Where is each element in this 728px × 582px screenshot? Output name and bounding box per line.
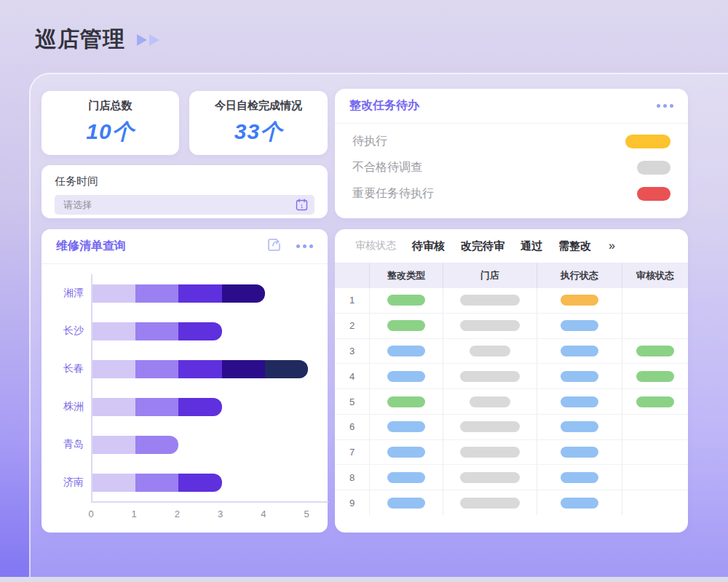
- calendar-icon[interactable]: 1: [296, 199, 308, 211]
- todo-label: 重要任务待执行: [352, 186, 434, 202]
- table-row[interactable]: 9: [335, 490, 688, 515]
- cell-pill: [387, 295, 425, 306]
- bar-segment: [92, 322, 135, 340]
- row-number: 5: [335, 389, 370, 414]
- table-cell: [622, 465, 688, 490]
- share-icon[interactable]: [266, 237, 282, 255]
- filter-label: 审核状态: [355, 239, 396, 252]
- table-row[interactable]: 5: [335, 389, 688, 415]
- table-row[interactable]: 4: [335, 364, 688, 389]
- cell-pill: [387, 396, 425, 407]
- row-number: 9: [335, 490, 370, 515]
- task-time-label: 任务时间: [55, 175, 314, 188]
- stat-value: 10个: [86, 117, 134, 147]
- table-row[interactable]: 3: [335, 339, 688, 364]
- todo-label: 不合格待调查: [352, 160, 422, 175]
- cell-pill: [460, 447, 520, 458]
- chart-row: 长春: [55, 350, 317, 388]
- tab-改完待审[interactable]: 改完待审: [461, 239, 505, 253]
- chart-rows: 湘潭长沙长春株洲青岛济南: [55, 274, 317, 501]
- table-row[interactable]: 2: [335, 314, 688, 339]
- category-label: 青岛: [55, 438, 84, 451]
- card-title: 维修清单查询: [56, 239, 126, 254]
- todo-card: 整改任务待办 待执行不合格待调查重要任务待执行: [335, 89, 688, 218]
- table-cell: [370, 364, 443, 388]
- stat-value: 33个: [234, 117, 282, 147]
- status-pill: [637, 187, 670, 201]
- table-cell: [622, 364, 688, 388]
- table-row[interactable]: 8: [335, 465, 688, 490]
- axis-tick-label: 2: [175, 509, 180, 519]
- row-number: 8: [335, 465, 370, 490]
- row-number: 1: [335, 288, 370, 313]
- todo-label: 待执行: [352, 134, 387, 149]
- table-header-cell: 审核状态: [622, 263, 688, 288]
- table-cell: [370, 288, 443, 313]
- stacked-bar: [92, 322, 222, 340]
- todo-item: 重要任务待执行: [352, 180, 670, 207]
- row-number: 4: [335, 364, 370, 388]
- category-label: 长春: [55, 362, 84, 375]
- stat-label: 门店总数: [89, 99, 132, 113]
- cell-pill: [460, 295, 520, 306]
- x-axis-line: [91, 501, 328, 503]
- table-body: 123456789: [335, 288, 688, 515]
- table-header: 整改类型门店执行状态审核状态: [335, 263, 688, 288]
- table-cell: [537, 415, 622, 439]
- table-cell: [370, 465, 443, 490]
- chart-row: 长沙: [55, 312, 317, 350]
- table-cell: [537, 440, 622, 465]
- chart-row: 济南: [55, 463, 317, 501]
- tab-需整改[interactable]: 需整改: [558, 239, 591, 253]
- category-label: 湘潭: [55, 287, 84, 300]
- bar-segment: [92, 360, 135, 378]
- cell-pill: [460, 421, 520, 432]
- cell-pill: [470, 346, 510, 356]
- page-header: 巡店管理: [35, 25, 163, 55]
- row-number: 2: [335, 314, 370, 338]
- tab-通过[interactable]: 通过: [521, 239, 542, 253]
- bar-segment: [92, 284, 135, 303]
- tab-待审核[interactable]: 待审核: [412, 239, 445, 253]
- cell-pill: [561, 447, 598, 458]
- chart-row: 株洲: [55, 388, 317, 426]
- table-cell: [443, 288, 537, 313]
- cell-pill: [561, 498, 598, 509]
- table-header-cell: [335, 263, 370, 288]
- bar-segment: [92, 398, 135, 416]
- table-cell: [370, 314, 443, 338]
- bar-segment: [178, 322, 221, 340]
- table-row[interactable]: 1: [335, 288, 688, 314]
- table-cell: [443, 440, 537, 465]
- table-cell: [370, 415, 443, 439]
- tab-items: 待审核改完待审通过需整改: [412, 239, 591, 253]
- repair-list-card: 维修清单查询 湘潭长沙长春株洲青岛济南 012345: [41, 229, 328, 533]
- page-title: 巡店管理: [35, 25, 125, 55]
- ellipsis-icon[interactable]: [296, 244, 313, 248]
- table-cell: [537, 364, 622, 388]
- table-row[interactable]: 6: [335, 415, 688, 440]
- cell-pill: [460, 498, 520, 509]
- todo-list: 待执行不合格待调查重要任务待执行: [335, 124, 688, 207]
- bar-segment: [92, 436, 135, 454]
- table-cell: [622, 415, 688, 439]
- table-row[interactable]: 7: [335, 440, 688, 466]
- cell-pill: [387, 371, 425, 382]
- bar-segment: [135, 322, 178, 340]
- row-number: 7: [335, 440, 370, 465]
- tabs-more-chevron[interactable]: »: [609, 239, 615, 252]
- table-cell: [443, 364, 537, 388]
- table-cell: [443, 389, 537, 414]
- stacked-bar: [92, 436, 178, 454]
- cell-pill: [387, 447, 425, 458]
- table-cell: [443, 465, 537, 490]
- status-pill: [625, 135, 670, 148]
- ellipsis-icon[interactable]: [657, 104, 673, 108]
- table-cell: [537, 465, 622, 490]
- table-cell: [622, 389, 688, 414]
- stacked-bar: [92, 398, 222, 416]
- axis-tick-label: 5: [304, 509, 309, 519]
- task-time-input[interactable]: [55, 195, 314, 215]
- table-cell: [443, 415, 537, 439]
- table-cell: [370, 389, 443, 414]
